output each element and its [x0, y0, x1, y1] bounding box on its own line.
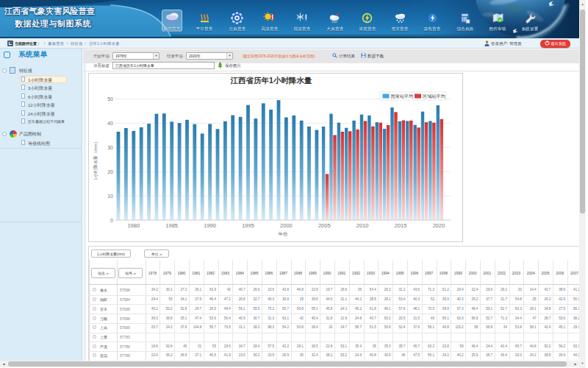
svg-text:2020: 2020	[433, 222, 445, 229]
svg-text:20: 20	[107, 169, 113, 174]
svg-text:50: 50	[107, 96, 113, 102]
svg-text:1985: 1985	[165, 222, 178, 229]
svg-text:2015: 2015	[395, 222, 407, 229]
svg-text:2010: 2010	[356, 222, 369, 229]
svg-text:40: 40	[107, 121, 113, 126]
svg-text:1小时降水量（mm）: 1小时降水量（mm）	[93, 139, 98, 180]
svg-text:1995: 1995	[242, 222, 254, 229]
svg-text:2000: 2000	[280, 222, 293, 229]
svg-text:10: 10	[107, 194, 113, 199]
svg-text:年份: 年份	[279, 231, 289, 237]
svg-text:区域站平均: 区域站平均	[423, 93, 445, 99]
svg-text:2005: 2005	[318, 222, 331, 229]
svg-text:国家站平均: 国家站平均	[391, 93, 414, 99]
svg-text:1980: 1980	[127, 222, 140, 229]
svg-text:0: 0	[110, 218, 113, 223]
svg-text:30: 30	[107, 145, 113, 150]
svg-text:江西省历年1小时降水量: 江西省历年1小时降水量	[230, 76, 312, 85]
svg-text:1990: 1990	[204, 222, 216, 229]
